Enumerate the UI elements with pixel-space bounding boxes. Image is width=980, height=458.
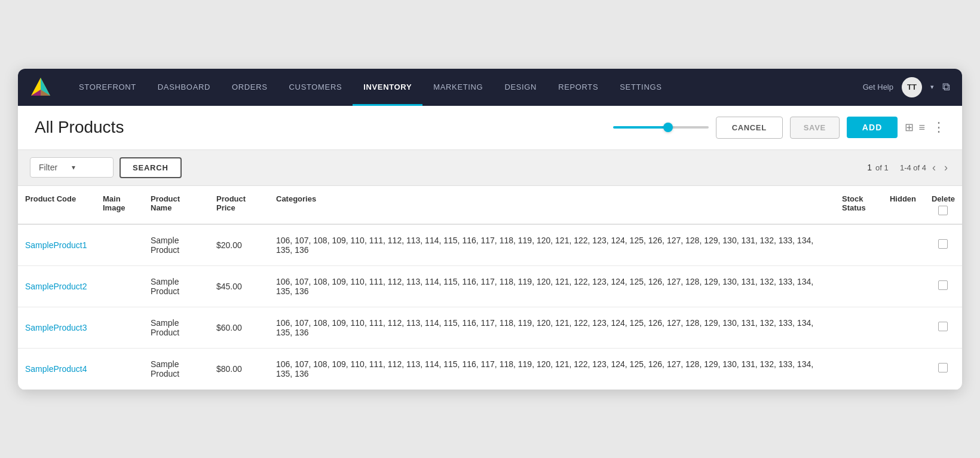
- cell-hidden-1: [883, 265, 924, 307]
- save-button[interactable]: SAVE: [790, 117, 840, 139]
- cell-product-name-0: Sample Product: [143, 224, 209, 266]
- delete-checkbox-1[interactable]: [938, 280, 948, 290]
- external-link-icon[interactable]: ⧉: [942, 81, 950, 93]
- cell-main-image-2: [96, 307, 143, 348]
- cell-product-name-1: Sample Product: [143, 265, 209, 307]
- current-page: 1: [867, 163, 872, 172]
- cell-stock-status-2: [835, 307, 883, 348]
- delete-checkbox-3[interactable]: [938, 363, 948, 372]
- product-link-0[interactable]: SampleProduct1: [25, 240, 87, 250]
- product-link-2[interactable]: SampleProduct3: [25, 323, 87, 332]
- products-table: Product Code Main Image Product Name Pro…: [18, 186, 962, 390]
- cell-delete-3: [924, 348, 962, 389]
- cell-stock-status-1: [835, 265, 883, 307]
- nav-storefront[interactable]: STOREFRONT: [68, 69, 147, 106]
- table-row: SampleProduct1 Sample Product $20.00 106…: [18, 224, 962, 266]
- app-window: STOREFRONT DASHBOARD ORDERS CUSTOMERS IN…: [18, 69, 962, 390]
- table-body: SampleProduct1 Sample Product $20.00 106…: [18, 224, 962, 390]
- th-product-price: Product Price: [209, 186, 269, 224]
- more-options-button[interactable]: ⋮: [932, 120, 945, 135]
- cell-delete-0: [924, 224, 962, 266]
- th-stock-status: Stock Status: [835, 186, 883, 224]
- nav-items: STOREFRONT DASHBOARD ORDERS CUSTOMERS IN…: [68, 69, 863, 106]
- cell-categories-2: 106, 107, 108, 109, 110, 111, 112, 113, …: [269, 307, 835, 348]
- cell-product-code-1: SampleProduct2: [18, 265, 96, 307]
- nav-reports[interactable]: REPORTS: [547, 69, 609, 106]
- table-row: SampleProduct3 Sample Product $60.00 106…: [18, 307, 962, 348]
- cell-categories-1: 106, 107, 108, 109, 110, 111, 112, 113, …: [269, 265, 835, 307]
- filter-chevron-icon: ▾: [72, 163, 75, 172]
- add-button[interactable]: ADD: [847, 117, 898, 138]
- cell-product-price-2: $60.00: [209, 307, 269, 348]
- th-product-code: Product Code: [18, 186, 96, 224]
- nav-right: Get Help TT ▾ ⧉: [863, 77, 950, 97]
- th-categories: Categories: [269, 186, 835, 224]
- search-button[interactable]: SEARCH: [120, 157, 182, 178]
- cell-product-name-2: Sample Product: [143, 307, 209, 348]
- nav-dashboard[interactable]: DASHBOARD: [147, 69, 221, 106]
- avatar[interactable]: TT: [902, 77, 922, 97]
- table-row: SampleProduct4 Sample Product $80.00 106…: [18, 348, 962, 389]
- navbar: STOREFRONT DASHBOARD ORDERS CUSTOMERS IN…: [18, 69, 962, 106]
- cancel-button[interactable]: CANCEL: [716, 117, 783, 139]
- nav-design[interactable]: DESIGN: [494, 69, 547, 106]
- cell-stock-status-0: [835, 224, 883, 266]
- delete-checkbox-2[interactable]: [938, 322, 948, 331]
- nav-customers[interactable]: CUSTOMERS: [278, 69, 353, 106]
- cell-product-code-2: SampleProduct3: [18, 307, 96, 348]
- nav-settings[interactable]: SETTINGS: [609, 69, 672, 106]
- cell-main-image-1: [96, 265, 143, 307]
- zoom-slider[interactable]: [613, 126, 709, 129]
- nav-orders[interactable]: ORDERS: [221, 69, 278, 106]
- th-main-image: Main Image: [96, 186, 143, 224]
- grid-view-icon[interactable]: ⊞: [905, 121, 914, 134]
- delete-checkbox-0[interactable]: [938, 239, 948, 249]
- th-delete: Delete: [924, 186, 962, 224]
- cell-product-name-3: Sample Product: [143, 348, 209, 389]
- cell-stock-status-3: [835, 348, 883, 389]
- pagination: 1 of 1 1-4 of 4 ‹ ›: [867, 161, 950, 174]
- cell-product-code-3: SampleProduct4: [18, 348, 96, 389]
- next-page-button[interactable]: ›: [942, 161, 950, 174]
- prev-page-button[interactable]: ‹: [930, 161, 938, 174]
- cell-hidden-2: [883, 307, 924, 348]
- logo-icon[interactable]: [30, 77, 51, 98]
- table-header-row: Product Code Main Image Product Name Pro…: [18, 186, 962, 224]
- cell-product-price-1: $45.00: [209, 265, 269, 307]
- nav-marketing[interactable]: MARKETING: [422, 69, 494, 106]
- cell-delete-2: [924, 307, 962, 348]
- filter-dropdown[interactable]: Filter ▾: [30, 157, 114, 178]
- page-header: All Products CANCEL SAVE ADD ⊞ ≡ ⋮: [18, 106, 962, 150]
- slider-thumb[interactable]: [663, 123, 673, 132]
- th-hidden: Hidden: [883, 186, 924, 224]
- product-link-3[interactable]: SampleProduct4: [25, 364, 87, 374]
- cell-categories-0: 106, 107, 108, 109, 110, 111, 112, 113, …: [269, 224, 835, 266]
- avatar-chevron-icon[interactable]: ▾: [930, 83, 934, 91]
- help-link[interactable]: Get Help: [863, 83, 893, 91]
- list-view-icon[interactable]: ≡: [918, 121, 925, 134]
- view-toggle: ⊞ ≡: [905, 121, 925, 134]
- cell-hidden-3: [883, 348, 924, 389]
- products-table-container: Product Code Main Image Product Name Pro…: [18, 186, 962, 390]
- cell-product-price-0: $20.00: [209, 224, 269, 266]
- cell-product-price-3: $80.00: [209, 348, 269, 389]
- cell-categories-3: 106, 107, 108, 109, 110, 111, 112, 113, …: [269, 348, 835, 389]
- table-row: SampleProduct2 Sample Product $45.00 106…: [18, 265, 962, 307]
- delete-all-checkbox[interactable]: [938, 206, 948, 215]
- th-product-name: Product Name: [143, 186, 209, 224]
- cell-main-image-0: [96, 224, 143, 266]
- nav-inventory[interactable]: INVENTORY: [353, 69, 422, 106]
- product-link-1[interactable]: SampleProduct2: [25, 282, 87, 291]
- toolbar: Filter ▾ SEARCH 1 of 1 1-4 of 4 ‹ ›: [18, 150, 962, 186]
- page-of-label: of 1: [875, 163, 889, 172]
- cell-product-code-0: SampleProduct1: [18, 224, 96, 266]
- cell-delete-1: [924, 265, 962, 307]
- cell-main-image-3: [96, 348, 143, 389]
- page-title: All Products: [35, 118, 613, 137]
- filter-label: Filter: [39, 163, 57, 172]
- slider-track[interactable]: [613, 126, 709, 129]
- header-controls: CANCEL SAVE ADD ⊞ ≡ ⋮: [613, 117, 945, 139]
- page-range-label: 1-4 of 4: [900, 163, 926, 172]
- cell-hidden-0: [883, 224, 924, 266]
